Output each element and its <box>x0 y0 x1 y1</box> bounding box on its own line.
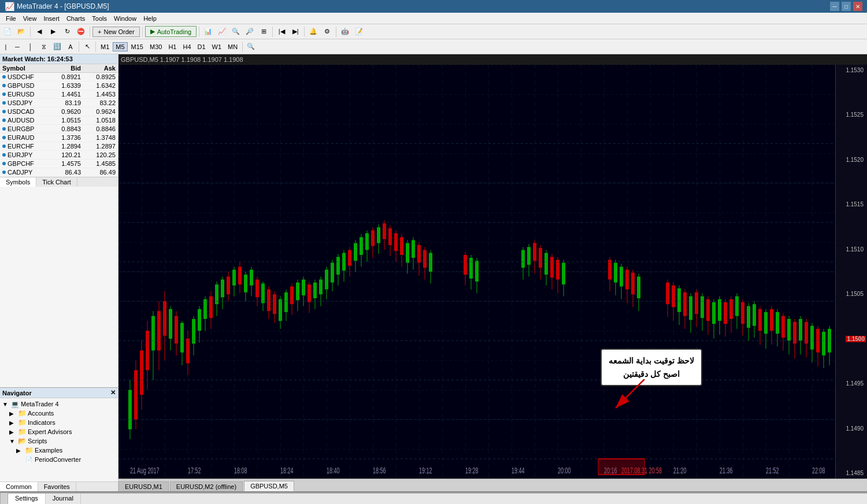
autotrading-btn[interactable]: ▶ AutoTrading <box>145 26 197 37</box>
tf-w1[interactable]: W1 <box>209 42 225 51</box>
close-btn[interactable]: ✕ <box>853 2 862 11</box>
market-watch-row[interactable]: EURGBP 0.8843 0.8846 <box>0 125 118 134</box>
nav-examples[interactable]: ▶ 📁 Examples <box>0 446 118 455</box>
nav-accounts[interactable]: ▶ 📁 Accounts <box>0 409 118 418</box>
svg-rect-100 <box>406 243 409 263</box>
chart-line-icon[interactable]: 📈 <box>216 25 228 38</box>
open-btn[interactable]: 📂 <box>15 25 28 38</box>
svg-rect-148 <box>677 288 681 312</box>
price-label-9: 1.1490 <box>846 425 866 432</box>
settings-btn[interactable]: ⚙ <box>321 25 334 38</box>
svg-rect-50 <box>261 283 265 303</box>
grid-btn[interactable]: ⊞ <box>257 25 270 38</box>
menu-view[interactable]: View <box>20 14 40 23</box>
search-btn[interactable]: 🔍 <box>244 40 257 53</box>
menu-tools[interactable]: Tools <box>88 14 110 23</box>
market-watch-row[interactable]: AUDUSD 1.0515 1.0518 <box>0 116 118 125</box>
tab-common[interactable]: Common <box>0 482 38 491</box>
navigator-close-icon[interactable]: ✕ <box>110 389 116 396</box>
menu-window[interactable]: Window <box>110 14 140 23</box>
tab-journal[interactable]: Journal <box>46 494 81 504</box>
new-btn[interactable]: 📄 <box>1 25 14 38</box>
market-watch-tabs: Symbols Tick Chart <box>0 177 118 187</box>
mw-symbol: USDJPY <box>2 99 46 106</box>
script-btn[interactable]: 📝 <box>353 25 365 38</box>
mw-symbol: EURAUD <box>2 134 46 141</box>
svg-rect-192 <box>805 322 808 344</box>
market-watch-row[interactable]: EURUSD 1.4451 1.4453 <box>0 90 118 99</box>
nav-period-converter[interactable]: ▶ 📄 PeriodConverter <box>0 455 118 464</box>
svg-rect-128 <box>556 260 560 280</box>
ea-panel-toggle[interactable]: EA <box>0 492 8 504</box>
tf-m15[interactable]: M15 <box>128 42 146 51</box>
fib-tool[interactable]: 🔢 <box>51 40 64 53</box>
chart-canvas[interactable]: 21 Aug 2017 17:52 18:08 18:24 18:40 18:5… <box>118 65 835 479</box>
tf-mn[interactable]: MN <box>225 42 240 51</box>
market-watch-row[interactable]: GBPCHF 1.4575 1.4585 <box>0 160 118 168</box>
nav-metatrader4[interactable]: ▼ 💻 MetaTrader 4 <box>0 399 118 409</box>
market-watch-row[interactable]: EURJPY 120.21 120.25 <box>0 151 118 160</box>
market-watch-row[interactable]: GBPUSD 1.6339 1.6342 <box>0 81 118 90</box>
market-watch-row[interactable]: CADJPY 86.43 86.49 <box>0 168 118 177</box>
nav-indicators-label: Indicators <box>28 419 55 426</box>
market-watch-row[interactable]: USDCAD 0.9620 0.9624 <box>0 108 118 116</box>
svg-rect-170 <box>741 302 744 324</box>
nav-indicators[interactable]: ▶ 📁 Indicators <box>0 418 118 427</box>
svg-rect-66 <box>307 284 311 302</box>
indicator-btn[interactable]: 🔔 <box>307 25 320 38</box>
vline-tool[interactable]: │ <box>24 40 37 53</box>
nav-scripts[interactable]: ▼ 📂 Scripts <box>0 436 118 446</box>
market-watch-row[interactable]: EURAUD 1.3736 1.3748 <box>0 134 118 142</box>
back-btn[interactable]: ◀ <box>33 25 46 38</box>
expert-btn[interactable]: 🤖 <box>339 25 351 38</box>
zoom-in-btn[interactable]: 🔍 <box>229 25 242 38</box>
tf-d1[interactable]: D1 <box>195 42 209 51</box>
market-watch-row[interactable]: USDCHF 0.8921 0.8925 <box>0 73 118 81</box>
chart-tab-eurusd-m1[interactable]: EURUSD,M1 <box>118 481 169 491</box>
nav-expert-advisors[interactable]: ▶ 📁 Expert Advisors <box>0 427 118 436</box>
menu-insert[interactable]: Insert <box>40 14 63 23</box>
maximize-btn[interactable]: □ <box>842 2 851 11</box>
menu-help[interactable]: Help <box>140 14 160 23</box>
tab-settings[interactable]: Settings <box>8 494 46 504</box>
chart-tab-eurusd-m2[interactable]: EURUSD,M2 (offline) <box>170 481 243 491</box>
new-order-btn[interactable]: + New Order <box>92 27 140 37</box>
scroll-left-btn[interactable]: |◀ <box>275 25 288 38</box>
col-symbol: Symbol <box>2 65 46 72</box>
text-tool[interactable]: A <box>64 40 77 53</box>
svg-rect-104 <box>417 245 421 263</box>
svg-rect-24 <box>186 339 190 364</box>
menu-charts[interactable]: Charts <box>63 14 88 23</box>
chart-bar-icon[interactable]: 📊 <box>202 25 214 38</box>
channel-tool[interactable]: ⧖ <box>38 40 50 53</box>
chart-tab-gbpusd-m5[interactable]: GBPUSD,M5 <box>244 481 294 491</box>
svg-rect-54 <box>273 294 276 314</box>
hline-tool[interactable]: ─ <box>11 40 24 53</box>
zoom-out-btn[interactable]: 🔎 <box>243 25 256 38</box>
minimize-btn[interactable]: ─ <box>830 2 839 11</box>
cursor-tool[interactable]: ↖ <box>81 40 94 53</box>
tf-m30[interactable]: M30 <box>147 42 165 51</box>
tf-m5[interactable]: M5 <box>113 42 127 51</box>
nav-examples-label: Examples <box>35 447 62 454</box>
stop-btn[interactable]: ⛔ <box>75 25 87 38</box>
svg-rect-68 <box>313 283 317 298</box>
mw-bid: 0.9620 <box>46 108 81 115</box>
tab-symbols[interactable]: Symbols <box>0 177 36 187</box>
main-layout: Market Watch: 16:24:53 Symbol Bid Ask US… <box>0 54 867 491</box>
tf-h4[interactable]: H4 <box>180 42 194 51</box>
tf-h1[interactable]: H1 <box>165 42 179 51</box>
tf-m1[interactable]: M1 <box>98 42 112 51</box>
scroll-right-btn[interactable]: ▶| <box>289 25 302 38</box>
svg-rect-80 <box>348 250 351 265</box>
mw-bid: 0.8843 <box>46 125 81 132</box>
refresh-btn[interactable]: ↻ <box>61 25 73 38</box>
forward-btn[interactable]: ▶ <box>47 25 60 38</box>
tab-tick-chart[interactable]: Tick Chart <box>36 177 77 187</box>
svg-text:21 Aug 2017: 21 Aug 2017 <box>130 466 159 476</box>
tab-favorites[interactable]: Favorites <box>38 482 76 491</box>
market-watch-row[interactable]: USDJPY 83.19 83.22 <box>0 99 118 108</box>
market-watch-row[interactable]: EURCHF 1.2894 1.2897 <box>0 142 118 151</box>
menu-file[interactable]: File <box>2 14 20 23</box>
line-tool[interactable]: | <box>1 40 10 53</box>
